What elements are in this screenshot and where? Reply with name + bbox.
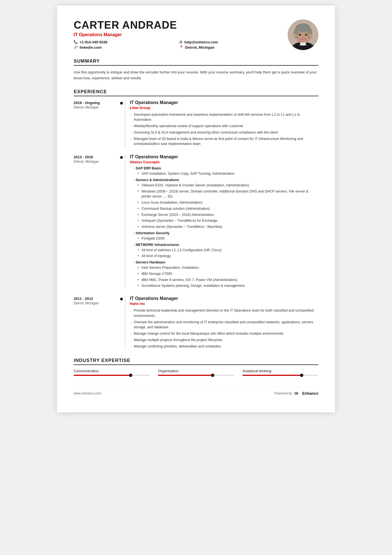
sub-bullet: Antivirus server (Symantec – TrendMicro … — [138, 224, 318, 230]
sub-bullet: All kind of switches L2, L3 Configuratio… — [138, 248, 318, 253]
candidate-photo — [288, 19, 318, 50]
exp-job-title: IT Operations Manager — [130, 154, 318, 159]
exp-bullet: Weekly/Monthly operational review of sup… — [130, 124, 318, 129]
contact-grid: 📞 +1-914-345-5530 @ help@enhancv.com 🔗 l… — [74, 40, 279, 50]
exp-bullet-col — [118, 154, 125, 289]
sub-section-title: · SAP ERP Basis — [130, 166, 318, 170]
exp-location: Detroit, Michigan — [74, 160, 118, 164]
skill-dot — [211, 374, 214, 377]
sub-section-title: · Information Security — [130, 231, 318, 235]
svg-point-10 — [294, 33, 297, 38]
exp-dates: 2018 - Ongoing — [74, 101, 118, 105]
summary-section: SUMMARY Use this opportunity to intrigue… — [74, 58, 318, 81]
exp-left: 2011 - 2013 Detroit, Michigan — [74, 296, 118, 350]
exp-bullet: Manage change control for the local Albu… — [130, 331, 318, 336]
skill-bar-fill — [74, 375, 131, 376]
header: CARTER ANDRADE IT Operations Manager 📞 +… — [74, 19, 318, 50]
exp-bullet-col — [118, 296, 125, 350]
skill-label: Analytical thinking — [242, 369, 318, 373]
sub-bullet: Intel Servers Preparation, Installation. — [138, 265, 318, 270]
exp-company: Hahn Inc — [130, 302, 318, 306]
contact-location: 📍 Detroit, Michigan — [179, 45, 279, 50]
skill-bar-bg — [74, 375, 150, 376]
skill-bar-fill — [242, 375, 302, 376]
exp-bullet: Developed automation framework and seaml… — [130, 112, 318, 123]
svg-point-13 — [305, 34, 307, 36]
skill-item: Analytical thinking — [242, 369, 318, 376]
expertise-section: INDUSTRY EXPERTISE Communication Organis… — [74, 358, 318, 376]
summary-text: Use this opportunity to intrigue and dra… — [74, 70, 318, 81]
exp-dot — [120, 156, 123, 159]
exp-job-title: IT Operations Manager — [130, 100, 318, 105]
photo-placeholder — [288, 19, 318, 50]
exp-bullet: Oversee the administration and monitorin… — [130, 320, 318, 330]
skill-bar-bg — [158, 375, 234, 376]
sub-bullet: IBM Storage V7000. — [138, 271, 318, 277]
enhancv-logo-icon — [294, 391, 301, 396]
sub-bullet: Exchange Server (2010 – 2016) Administra… — [138, 212, 318, 218]
exp-dates: 2013 - 2018 — [74, 155, 118, 159]
skill-dot — [129, 374, 132, 377]
linkedin-icon: 🔗 — [74, 45, 78, 49]
exp-location: Detroit, Michigan — [74, 105, 118, 109]
exp-right: IT Operations Manager Obelus Concepts · … — [125, 154, 318, 289]
footer: www.enhancv.com Powered by Enhancv — [74, 387, 318, 396]
candidate-name: CARTER ANDRADE — [74, 19, 279, 31]
svg-point-12 — [299, 34, 301, 36]
skill-bar-bg — [242, 375, 318, 376]
exp-company: Littel Group — [130, 106, 318, 110]
skill-item: Organisation — [158, 369, 234, 376]
location-icon: 📍 — [179, 45, 183, 49]
exp-dot — [120, 298, 123, 300]
sub-bullet: SAP Installation, System Copy, SAP Tunni… — [138, 171, 318, 176]
resume-page: CARTER ANDRADE IT Operations Manager 📞 +… — [57, 6, 335, 412]
sub-bullet: Windows (2008 – 2019) server, Domain con… — [138, 189, 318, 199]
contact-linkedin: 🔗 linkedin.com — [74, 45, 174, 50]
experience-item: 2011 - 2013 Detroit, Michigan IT Operati… — [74, 296, 318, 350]
exp-bullet: Managed team of 20 based in India & Mexi… — [130, 136, 318, 147]
svg-point-14 — [298, 37, 308, 43]
experience-list: 2018 - Ongoing Detroit, Michigan IT Oper… — [74, 100, 318, 350]
skill-dot — [300, 374, 303, 377]
header-left: CARTER ANDRADE IT Operations Manager 📞 +… — [74, 19, 279, 50]
expertise-title: INDUSTRY EXPERTISE — [74, 358, 318, 365]
svg-point-11 — [309, 33, 312, 38]
sub-section-title: · NETWORK Infrastructures — [130, 243, 318, 247]
skill-label: Communication — [74, 369, 150, 373]
exp-left: 2018 - Ongoing Detroit, Michigan — [74, 100, 118, 148]
powered-by-text: Powered by — [274, 391, 292, 395]
sub-bullet: Antispam (Symantec – TrendMicro) for Exc… — [138, 218, 318, 223]
sub-section-title: · Servers Hardware — [130, 260, 318, 264]
sub-bullet: Linux Suse (Installation, Administration… — [138, 200, 318, 205]
sub-bullet: VMware ESXI, vSphere & Vcenter Server (I… — [138, 183, 318, 188]
exp-right: IT Operations Manager Hahn Inc Provide t… — [125, 296, 318, 350]
skill-label: Organisation — [158, 369, 234, 373]
footer-powered: Powered by Enhancv — [274, 391, 318, 396]
contact-email: @ help@enhancv.com — [179, 40, 279, 44]
experience-title: EXPERIENCE — [74, 89, 318, 96]
exp-bullet: Manage conflicting priorities, deliverab… — [130, 344, 318, 349]
sub-bullet: IBM HMC, Power 8 servers, AIX 7, Power V… — [138, 277, 318, 283]
sub-bullet: Surveillance Systems planning, Design, i… — [138, 283, 318, 288]
footer-website: www.enhancv.com — [74, 391, 101, 395]
experience-item: 2018 - Ongoing Detroit, Michigan IT Oper… — [74, 100, 318, 148]
sub-bullet: Fortigate D200 — [138, 236, 318, 241]
sub-section-title: · Servers & Administrations — [130, 178, 318, 182]
exp-location: Detroit, Michigan — [74, 301, 118, 305]
sub-bullet: Commvault Backup solution (Administratio… — [138, 206, 318, 211]
skill-item: Communication — [74, 369, 150, 376]
skills-grid: Communication Organisation Analytical th… — [74, 369, 318, 376]
exp-bullet: Provide technical leadership and managem… — [130, 308, 318, 319]
candidate-title: IT Operations Manager — [74, 32, 279, 37]
exp-bullet-col — [118, 100, 125, 148]
exp-job-title: IT Operations Manager — [130, 296, 318, 301]
exp-right: IT Operations Manager Littel Group Devel… — [125, 100, 318, 148]
phone-icon: 📞 — [74, 40, 78, 44]
exp-bullet: Governing SLA & OLA management and ensur… — [130, 130, 318, 135]
summary-title: SUMMARY — [74, 58, 318, 66]
exp-dot — [120, 102, 123, 105]
sub-bullet: All kind of topology — [138, 253, 318, 259]
experience-section: EXPERIENCE 2018 - Ongoing Detroit, Michi… — [74, 89, 318, 350]
skill-bar-fill — [158, 375, 213, 376]
exp-left: 2013 - 2018 Detroit, Michigan — [74, 154, 118, 289]
